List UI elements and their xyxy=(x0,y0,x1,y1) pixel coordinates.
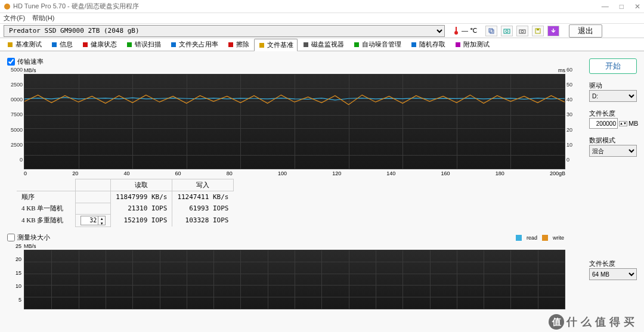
svg-rect-14 xyxy=(127,42,132,47)
minimize-button[interactable]: — xyxy=(602,2,609,11)
svg-rect-13 xyxy=(83,42,88,47)
device-row: Predator SSD GM9000 2TB (2048 gB) — ℃ 退出 xyxy=(0,24,644,38)
read-swatch xyxy=(516,235,522,241)
right-panel: 开始 驱动 D: 文件长度 ▲▼ MB 数据模式 混合 文件长度 64 MB xyxy=(589,57,637,326)
row-label: 顺序 xyxy=(17,191,76,203)
drive-label: 驱动 xyxy=(589,81,637,90)
filelen-unit: MB xyxy=(628,120,639,127)
tab-icon xyxy=(126,41,133,48)
svg-rect-16 xyxy=(228,42,233,47)
tab-icon xyxy=(410,41,417,48)
svg-point-0 xyxy=(4,4,10,10)
menu-bar: 文件(F) 帮助(H) xyxy=(0,13,644,24)
thermometer-icon xyxy=(453,26,459,36)
write-swatch xyxy=(542,235,548,241)
tab-icon xyxy=(51,41,58,48)
svg-rect-20 xyxy=(411,42,416,47)
transfer-rate-check[interactable]: 传输速率 xyxy=(7,57,582,66)
transfer-rate-checkbox[interactable] xyxy=(7,58,15,66)
svg-point-8 xyxy=(521,30,524,33)
chart1-plot xyxy=(24,74,565,169)
left-column: 传输速率 MB/s ms 5000250000007500500025000 6… xyxy=(7,57,582,326)
block-size-label: 测量块大小 xyxy=(17,233,50,242)
col-write: 写入 xyxy=(172,179,234,191)
tab-9[interactable]: 随机存取 xyxy=(406,38,450,51)
tab-icon xyxy=(258,42,265,49)
tab-8[interactable]: 自动噪音管理 xyxy=(349,38,405,51)
device-select[interactable]: Predator SSD GM9000 2TB (2048 gB) xyxy=(4,25,445,37)
tab-icon xyxy=(353,41,360,48)
chart1-xaxis: 020406080100120140160180200 xyxy=(24,170,565,176)
threads-spin[interactable]: ▲▼ xyxy=(80,216,106,225)
write-val: 103328 IOPS xyxy=(172,214,234,226)
tab-5[interactable]: 擦除 xyxy=(223,38,253,51)
svg-point-6 xyxy=(506,30,508,32)
maximize-button[interactable]: □ xyxy=(620,2,624,11)
start-button[interactable]: 开始 xyxy=(589,58,637,74)
svg-rect-11 xyxy=(8,42,13,47)
window-controls: — □ ✕ xyxy=(602,2,640,11)
transfer-rate-label: 传输速率 xyxy=(17,57,44,66)
close-button[interactable]: ✕ xyxy=(634,2,640,11)
tab-icon xyxy=(302,41,309,48)
chart1-yaxis-right: 6050403020100 xyxy=(566,67,583,163)
save-icon[interactable] xyxy=(532,26,544,36)
tab-label: 基准测试 xyxy=(16,40,42,49)
tab-label: 错误扫描 xyxy=(135,40,161,49)
filelen2-label: 文件长度 xyxy=(589,259,637,268)
copy-icon[interactable] xyxy=(485,26,497,36)
chart1-wrap: MB/s ms 5000250000007500500025000 605040… xyxy=(7,67,582,176)
block-size-checkbox[interactable] xyxy=(7,234,15,241)
drive-select[interactable]: D: xyxy=(589,90,637,102)
tab-label: 自动噪音管理 xyxy=(362,40,401,49)
tab-icon xyxy=(454,41,462,48)
tab-icon xyxy=(227,41,234,48)
svg-point-2 xyxy=(454,31,458,35)
row-label: 4 KB 多重随机 xyxy=(17,214,76,226)
svg-rect-18 xyxy=(304,42,308,47)
filelen-label: 文件长度 xyxy=(589,109,637,118)
title-bar: HD Tune Pro 5.70 - 硬盘/固态硬盘实用程序 — □ ✕ xyxy=(0,0,644,13)
tab-10[interactable]: 附加测试 xyxy=(450,38,494,51)
svg-rect-10 xyxy=(537,29,539,30)
temperature-readout: — ℃ xyxy=(453,26,477,36)
tab-2[interactable]: 健康状态 xyxy=(78,38,121,51)
watermark-icon: 值 xyxy=(549,314,564,330)
tab-7[interactable]: 磁盘监视器 xyxy=(298,38,348,51)
menu-file[interactable]: 文件(F) xyxy=(4,14,25,23)
exit-button[interactable]: 退出 xyxy=(569,24,602,38)
tab-bar: 基准测试信息健康状态错误扫描文件夹占用率擦除文件基准磁盘监视器自动噪音管理随机存… xyxy=(0,38,644,51)
tab-label: 附加测试 xyxy=(463,40,490,49)
pattern-select[interactable]: 混合 xyxy=(589,145,637,157)
tab-6[interactable]: 文件基准 xyxy=(254,39,298,51)
svg-rect-15 xyxy=(171,42,176,47)
tab-icon xyxy=(7,41,14,48)
tab-1[interactable]: 信息 xyxy=(47,38,77,51)
write-val: 61993 IOPS xyxy=(172,203,234,214)
svg-rect-19 xyxy=(354,42,359,47)
chart2-yaxis-left: 252015105 xyxy=(7,243,21,303)
tab-label: 健康状态 xyxy=(91,40,117,49)
filelen2-select[interactable]: 64 MB xyxy=(589,268,637,280)
block-size-check[interactable]: 测量块大小 xyxy=(7,233,582,242)
chart2-wrap: 测量块大小 read write MB/s 252015105 xyxy=(7,233,582,309)
tab-3[interactable]: 错误扫描 xyxy=(122,38,165,51)
app-icon xyxy=(4,3,11,10)
filelen-input[interactable] xyxy=(589,118,618,129)
tab-4[interactable]: 文件夹占用率 xyxy=(166,38,222,51)
tab-label: 擦除 xyxy=(236,40,249,49)
toolbar-icons xyxy=(485,26,559,36)
camera-icon[interactable] xyxy=(516,26,528,36)
tab-label: 信息 xyxy=(60,40,73,49)
screenshot-icon[interactable] xyxy=(501,26,513,36)
chart1-ylabel-left: MB/s xyxy=(24,67,36,73)
chart2-plot xyxy=(24,250,565,309)
menu-help[interactable]: 帮助(H) xyxy=(32,14,54,23)
tab-icon xyxy=(170,41,177,48)
chart2-ylabel-left: MB/s xyxy=(24,243,36,249)
pattern-label: 数据模式 xyxy=(589,136,637,145)
tab-icon xyxy=(82,41,89,48)
temperature-value: — ℃ xyxy=(462,27,477,35)
download-icon[interactable] xyxy=(547,26,559,36)
tab-0[interactable]: 基准测试 xyxy=(2,38,46,51)
